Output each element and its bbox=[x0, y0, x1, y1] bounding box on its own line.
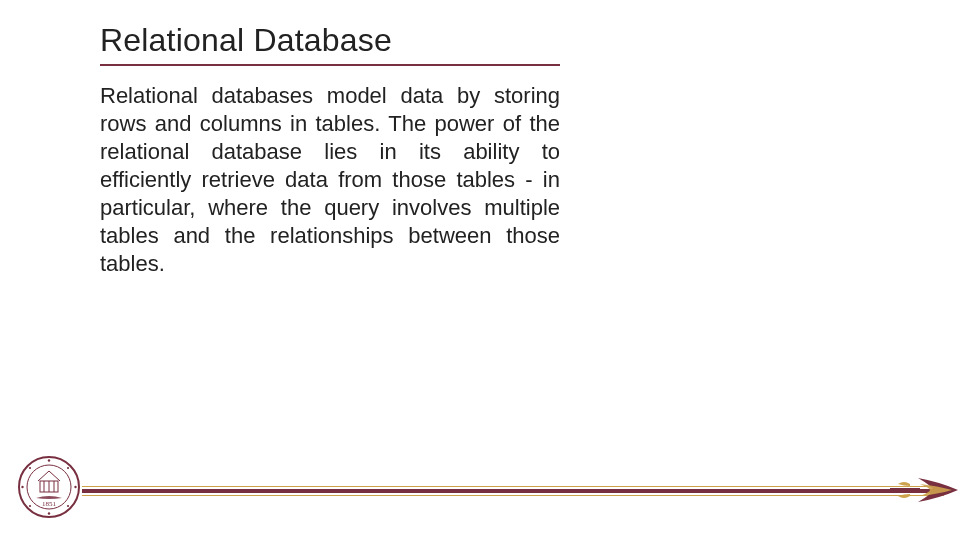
seal-year: 1851 bbox=[42, 500, 57, 508]
title-underline bbox=[100, 64, 560, 66]
svg-point-7 bbox=[67, 467, 69, 469]
footer-divider bbox=[82, 486, 944, 496]
slide: Relational Database Relational databases… bbox=[0, 0, 960, 540]
svg-point-5 bbox=[74, 486, 76, 488]
svg-point-2 bbox=[48, 459, 50, 461]
slide-body: Relational databases model data by stori… bbox=[100, 82, 560, 278]
svg-point-6 bbox=[29, 467, 31, 469]
university-seal-icon: 1851 bbox=[18, 456, 80, 518]
spear-icon bbox=[890, 470, 960, 510]
svg-point-8 bbox=[29, 505, 31, 507]
svg-point-9 bbox=[67, 505, 69, 507]
svg-point-4 bbox=[21, 486, 23, 488]
svg-point-3 bbox=[48, 512, 50, 514]
slide-title: Relational Database bbox=[100, 22, 392, 59]
